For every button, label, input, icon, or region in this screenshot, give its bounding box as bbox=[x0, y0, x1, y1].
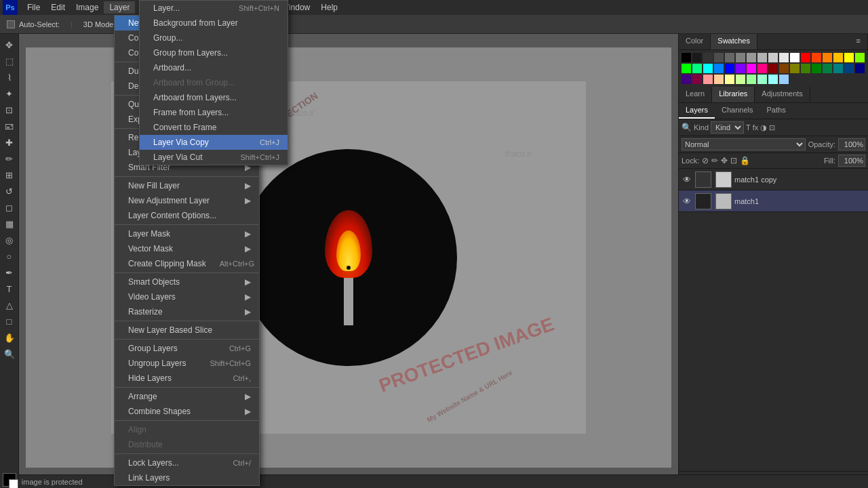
align-label: Align bbox=[128, 425, 146, 434]
new-artboard-from-group: Artboard from Group... bbox=[140, 75, 288, 90]
arrange-label: Arrange bbox=[128, 392, 157, 401]
frame-from-layers-label: Frame from Layers... bbox=[153, 108, 229, 117]
menu-hide-layers[interactable]: Hide Layers Ctrl+, bbox=[115, 371, 259, 386]
smart-objects-label: Smart Objects bbox=[128, 277, 180, 287]
menu-layer-mask[interactable]: Layer Mask ▶ bbox=[115, 226, 259, 241]
group-layers-shortcut: Ctrl+G bbox=[229, 344, 251, 352]
arrange-arrow: ▶ bbox=[245, 392, 251, 401]
sep5 bbox=[115, 224, 259, 225]
hide-layers-label: Hide Layers bbox=[128, 373, 172, 383]
link-layers-label: Link Layers bbox=[128, 473, 170, 483]
hide-layers-shortcut: Ctrl+, bbox=[233, 374, 251, 382]
new-group-item[interactable]: Group... bbox=[140, 30, 288, 45]
video-layers-arrow: ▶ bbox=[245, 292, 251, 302]
menu-smart-objects[interactable]: Smart Objects ▶ bbox=[115, 274, 259, 289]
vector-mask-label: Vector Mask bbox=[128, 244, 173, 253]
clipping-mask-label: Create Clipping Mask bbox=[128, 259, 206, 268]
new-group-from-layers[interactable]: Group from Layers... bbox=[140, 45, 288, 60]
vector-mask-arrow: ▶ bbox=[245, 244, 251, 253]
new-layer-via-copy[interactable]: Layer Via Copy Ctrl+J bbox=[140, 135, 288, 150]
new-bg-from-layer[interactable]: Background from Layer bbox=[140, 16, 288, 30]
new-fill-arrow: ▶ bbox=[245, 181, 251, 190]
menu-new-fill[interactable]: New Fill Layer ▶ bbox=[115, 178, 259, 193]
sep8 bbox=[115, 339, 259, 340]
new-slice-label: New Layer Based Slice bbox=[128, 325, 212, 335]
sep6 bbox=[115, 272, 259, 273]
layer-via-cut-shortcut: Shift+Ctrl+J bbox=[241, 153, 279, 161]
menu-combine-shapes[interactable]: Combine Shapes ▶ bbox=[115, 404, 259, 419]
sep11 bbox=[115, 453, 259, 454]
group-layers-label: Group Layers bbox=[128, 344, 178, 353]
menu-link-layers[interactable]: Link Layers bbox=[115, 470, 259, 485]
layer-via-copy-label: Layer Via Copy bbox=[153, 138, 209, 147]
menu-align: Align bbox=[115, 422, 259, 437]
sep10 bbox=[115, 420, 259, 421]
menu-arrange[interactable]: Arrange ▶ bbox=[115, 389, 259, 404]
sep9 bbox=[115, 387, 259, 388]
new-adjustment-label: New Adjustment Layer bbox=[128, 196, 210, 205]
dropdown-overlay: New ▶ Copy CSS Copy SVG Duplicate Layer.… bbox=[0, 0, 868, 488]
layer-content-label: Layer Content Options... bbox=[128, 211, 216, 220]
rasterize-arrow: ▶ bbox=[245, 307, 251, 317]
menu-video-layers[interactable]: Video Layers ▶ bbox=[115, 289, 259, 304]
new-adjustment-arrow: ▶ bbox=[245, 196, 251, 205]
ungroup-layers-shortcut: Shift+Ctrl+G bbox=[210, 359, 251, 367]
menu-layer-content[interactable]: Layer Content Options... bbox=[115, 208, 259, 223]
combine-shapes-label: Combine Shapes bbox=[128, 407, 191, 416]
menu-ungroup-layers[interactable]: Ungroup Layers Shift+Ctrl+G bbox=[115, 356, 259, 371]
layer-label: Layer... bbox=[153, 3, 180, 13]
layer-mask-label: Layer Mask bbox=[128, 229, 170, 239]
menu-new-adjustment[interactable]: New Adjustment Layer ▶ bbox=[115, 193, 259, 208]
new-convert-to-frame[interactable]: Convert to Frame bbox=[140, 120, 288, 135]
layer-via-copy-shortcut: Ctrl+J bbox=[260, 138, 279, 146]
group-from-layers-label: Group from Layers... bbox=[153, 48, 228, 58]
smart-objects-arrow: ▶ bbox=[245, 277, 251, 287]
new-layer-via-cut[interactable]: Layer Via Cut Shift+Ctrl+J bbox=[140, 150, 288, 165]
distribute-label: Distribute bbox=[128, 440, 163, 449]
artboard-label: Artboard... bbox=[153, 63, 191, 73]
menu-new-slice[interactable]: New Layer Based Slice bbox=[115, 323, 259, 338]
layer-mask-arrow: ▶ bbox=[245, 229, 251, 239]
sep7 bbox=[115, 321, 259, 321]
layer-shortcut: Shift+Ctrl+N bbox=[239, 4, 279, 12]
sep4 bbox=[115, 176, 259, 177]
clipping-mask-shortcut: Alt+Ctrl+G bbox=[220, 260, 254, 268]
rasterize-label: Rasterize bbox=[128, 307, 163, 317]
new-submenu: Layer... Shift+Ctrl+N Background from La… bbox=[139, 0, 288, 165]
combine-shapes-arrow: ▶ bbox=[245, 407, 251, 416]
layer-via-cut-label: Layer Via Cut bbox=[153, 152, 203, 162]
menu-vector-mask[interactable]: Vector Mask ▶ bbox=[115, 241, 259, 256]
lock-layers-shortcut: Ctrl+/ bbox=[233, 459, 251, 467]
video-layers-label: Video Layers bbox=[128, 292, 176, 302]
new-frame-from-layers[interactable]: Frame from Layers... bbox=[140, 105, 288, 120]
group-label: Group... bbox=[153, 33, 182, 43]
new-artboard[interactable]: Artboard... bbox=[140, 60, 288, 75]
new-artboard-from-layers[interactable]: Artboard from Layers... bbox=[140, 90, 288, 105]
artboard-from-group-label: Artboard from Group... bbox=[153, 78, 235, 87]
menu-clipping-mask[interactable]: Create Clipping Mask Alt+Ctrl+G bbox=[115, 256, 259, 271]
bg-from-layer-label: Background from Layer bbox=[153, 18, 238, 28]
menu-rasterize[interactable]: Rasterize ▶ bbox=[115, 304, 259, 319]
convert-to-frame-label: Convert to Frame bbox=[153, 123, 216, 132]
new-fill-label: New Fill Layer bbox=[128, 181, 180, 190]
lock-layers-label: Lock Layers... bbox=[128, 458, 179, 468]
ungroup-layers-label: Ungroup Layers bbox=[128, 359, 186, 368]
menu-distribute: Distribute bbox=[115, 437, 259, 452]
menu-group-layers[interactable]: Group Layers Ctrl+G bbox=[115, 341, 259, 356]
menu-lock-layers[interactable]: Lock Layers... Ctrl+/ bbox=[115, 455, 259, 470]
artboard-from-layers-label: Artboard from Layers... bbox=[153, 93, 237, 102]
new-layer-item[interactable]: Layer... Shift+Ctrl+N bbox=[140, 1, 288, 16]
